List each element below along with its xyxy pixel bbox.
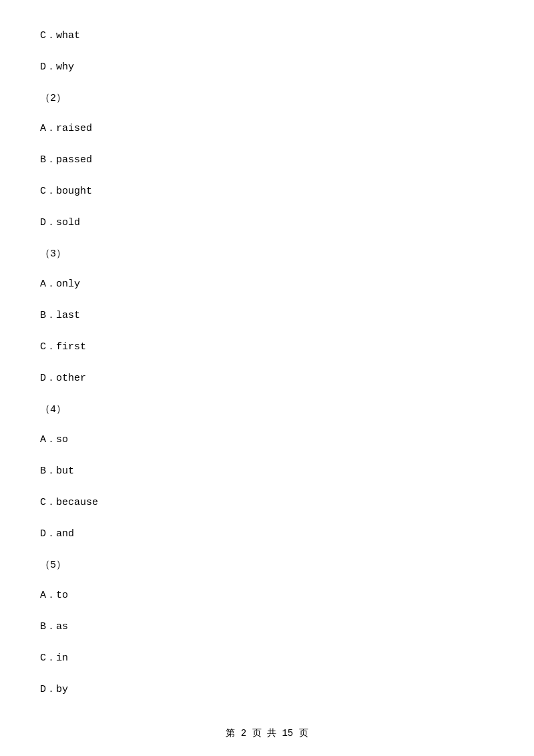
item-11-label: D．other bbox=[40, 373, 86, 384]
item-15: C．because bbox=[40, 487, 494, 518]
item-19-label: B．as bbox=[40, 621, 68, 632]
item-6-label: D．sold bbox=[40, 217, 80, 228]
item-19: B．as bbox=[40, 611, 494, 642]
item-11: D．other bbox=[40, 363, 494, 394]
item-3: A．raised bbox=[40, 113, 494, 144]
item-0-label: C．what bbox=[40, 30, 80, 41]
item-7: （3） bbox=[40, 238, 494, 268]
item-14: B．but bbox=[40, 455, 494, 487]
item-7-label: （3） bbox=[40, 248, 66, 260]
item-13: A．so bbox=[40, 424, 494, 455]
page-content: C．what D．why （2） A．raised B．passed C．bou… bbox=[0, 0, 534, 745]
item-5: C．bought bbox=[40, 176, 494, 207]
item-1-label: D．why bbox=[40, 61, 74, 73]
item-9: B．last bbox=[40, 300, 494, 331]
item-17: （5） bbox=[40, 550, 494, 580]
item-15-label: C．because bbox=[40, 497, 98, 508]
item-1: D．why bbox=[40, 51, 494, 83]
item-16-label: D．and bbox=[40, 528, 74, 540]
item-21-label: D．by bbox=[40, 684, 68, 695]
page-footer: 第 2 页 共 15 页 bbox=[0, 727, 534, 739]
item-0: C．what bbox=[40, 20, 494, 51]
item-20: C．in bbox=[40, 642, 494, 674]
item-2-label: （2） bbox=[40, 93, 66, 104]
item-8-label: A．only bbox=[40, 278, 80, 290]
item-12: （4） bbox=[40, 394, 494, 424]
item-5-label: C．bought bbox=[40, 186, 92, 197]
item-4-label: B．passed bbox=[40, 154, 92, 166]
item-16: D．and bbox=[40, 518, 494, 550]
item-18: A．to bbox=[40, 580, 494, 611]
item-14-label: B．but bbox=[40, 465, 74, 477]
item-3-label: A．raised bbox=[40, 123, 92, 134]
footer-text: 第 2 页 共 15 页 bbox=[226, 728, 308, 739]
item-6: D．sold bbox=[40, 207, 494, 238]
item-17-label: （5） bbox=[40, 560, 66, 571]
item-20-label: C．in bbox=[40, 652, 68, 664]
item-12-label: （4） bbox=[40, 404, 66, 415]
item-21: D．by bbox=[40, 674, 494, 705]
item-10: C．first bbox=[40, 331, 494, 363]
item-8: A．only bbox=[40, 268, 494, 300]
item-10-label: C．first bbox=[40, 341, 86, 353]
item-9-label: B．last bbox=[40, 310, 80, 321]
item-18-label: A．to bbox=[40, 590, 68, 601]
item-13-label: A．so bbox=[40, 434, 68, 445]
item-4: B．passed bbox=[40, 144, 494, 176]
item-2: （2） bbox=[40, 83, 494, 113]
